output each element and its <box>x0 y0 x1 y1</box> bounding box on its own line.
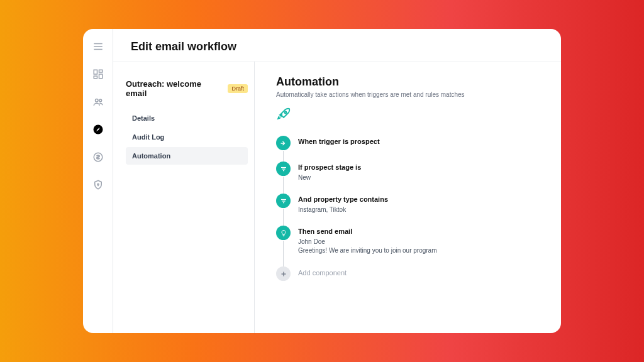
svg-rect-5 <box>99 74 102 79</box>
arrow-icon <box>276 136 291 150</box>
automation-subtitle: Automatically take actions when triggers… <box>276 91 540 98</box>
page-title: Edit email workflow <box>131 40 543 53</box>
step-title: When trigger is prospect <box>298 138 380 145</box>
step-title: Then send email <box>298 228 436 235</box>
status-badge: Draft <box>228 84 248 93</box>
right-panel: Automation Automatically take actions wh… <box>255 62 561 333</box>
add-component[interactable]: Add component <box>276 266 540 281</box>
svg-rect-6 <box>94 76 97 79</box>
step-action-email[interactable]: Then send email John DoeGreetings! We ar… <box>276 226 540 255</box>
step-title: And property type contains <box>298 195 388 203</box>
step-value: Instagram, Tiktok <box>298 206 388 214</box>
svg-point-7 <box>95 99 98 102</box>
step-trigger[interactable]: When trigger is prospect <box>276 136 540 150</box>
compass-icon[interactable] <box>92 123 104 136</box>
svg-point-12 <box>97 184 98 185</box>
lightbulb-icon <box>276 226 291 240</box>
tab-audit-log[interactable]: Audit Log <box>126 128 248 146</box>
tab-automation[interactable]: Automation <box>126 147 248 165</box>
automation-title: Automation <box>276 75 540 89</box>
add-component-label: Add component <box>298 266 347 281</box>
svg-rect-3 <box>94 70 97 74</box>
workflow-title-row: Outreach: welcome email Draft <box>126 79 248 98</box>
users-icon[interactable] <box>92 96 104 108</box>
workflow-name: Outreach: welcome email <box>126 79 223 98</box>
app-window: Edit email workflow Outreach: welcome em… <box>83 29 561 333</box>
plus-icon <box>276 266 291 281</box>
shield-icon[interactable] <box>92 178 104 191</box>
step-value: New <box>298 173 361 182</box>
page-header: Edit email workflow <box>113 29 561 62</box>
svg-point-13 <box>285 112 287 114</box>
sidebar-nav <box>83 29 113 333</box>
filter-icon <box>276 162 291 176</box>
step-list: When trigger is prospect If prospect sta… <box>276 136 540 281</box>
step-title: If prospect stage is <box>298 163 361 171</box>
rocket-icon <box>276 107 540 124</box>
step-value: John DoeGreetings! We are inviting you t… <box>298 238 436 255</box>
dollar-icon[interactable] <box>92 151 104 163</box>
dashboard-icon[interactable] <box>92 68 104 80</box>
content: Outreach: welcome email Draft Details Au… <box>113 62 561 333</box>
menu-icon[interactable] <box>92 40 104 53</box>
svg-rect-4 <box>99 70 102 72</box>
step-condition-stage[interactable]: If prospect stage is New <box>276 162 540 182</box>
left-panel: Outreach: welcome email Draft Details Au… <box>113 62 255 333</box>
main: Edit email workflow Outreach: welcome em… <box>113 29 561 333</box>
step-condition-property[interactable]: And property type contains Instagram, Ti… <box>276 194 540 214</box>
filter-icon <box>276 194 291 208</box>
svg-point-8 <box>99 99 101 102</box>
tab-details[interactable]: Details <box>126 109 248 127</box>
